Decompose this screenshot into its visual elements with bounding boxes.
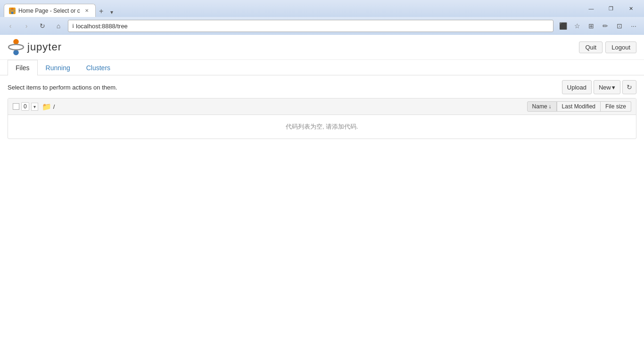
tab-close-button[interactable]: ✕ <box>83 7 91 15</box>
sort-buttons: Name ↓ Last Modified File size <box>527 101 631 112</box>
tab-favicon <box>9 8 16 14</box>
path-text: / <box>53 103 55 110</box>
tab-bar: Home Page - Select or c ✕ + ▾ <box>4 0 579 17</box>
new-button[interactable]: New ▾ <box>594 80 620 94</box>
active-tab[interactable]: Home Page - Select or c ✕ <box>4 4 96 17</box>
select-info-text: Select items to perform actions on them. <box>8 84 117 91</box>
url-text: localhost:8888/tree <box>76 23 128 30</box>
nav-tabs: Files Running Clusters <box>0 60 644 75</box>
feedback-icon[interactable]: ✏ <box>599 19 612 33</box>
more-icon[interactable]: ··· <box>627 19 640 33</box>
select-all-checkbox[interactable] <box>13 103 19 110</box>
empty-state-text: 代码列表为空, 请添加代码. <box>286 123 358 130</box>
file-table-container: 0 ▾ 📁 / Name ↓ Last Modified File size <box>8 98 636 139</box>
current-path: 📁 / <box>42 102 55 111</box>
header-buttons: Quit Logout <box>579 41 636 53</box>
file-table-toolbar: 0 ▾ 📁 / Name ↓ Last Modified File size <box>8 98 636 115</box>
checkbox-cell: 0 ▾ <box>13 102 38 111</box>
tab-running[interactable]: Running <box>38 60 78 75</box>
file-size-sort-button[interactable]: File size <box>601 101 631 112</box>
jupyter-logo: jupyter <box>8 39 62 56</box>
file-list-header: Select items to perform actions on them.… <box>8 80 636 94</box>
svg-point-5 <box>8 44 24 50</box>
tab-menu-button[interactable]: ▾ <box>107 8 116 17</box>
reader-mode-icon[interactable]: ⬛ <box>556 19 570 33</box>
reading-list-icon[interactable]: ⊞ <box>585 19 598 33</box>
logout-button[interactable]: Logout <box>605 41 636 53</box>
tab-files[interactable]: Files <box>8 60 38 75</box>
quit-button[interactable]: Quit <box>579 41 603 53</box>
maximize-button[interactable]: ❐ <box>602 1 620 16</box>
item-count-badge: 0 <box>21 102 29 111</box>
action-buttons: Upload New ▾ ↻ <box>562 80 636 94</box>
toolbar-icons: ⬛ ☆ ⊞ ✏ ⊡ ··· <box>556 19 640 33</box>
file-list-area: Select items to perform actions on them.… <box>0 75 644 144</box>
new-label: New <box>599 84 611 91</box>
refresh-file-list-button[interactable]: ↻ <box>622 80 636 94</box>
jupyter-logo-icon <box>8 39 25 56</box>
page-content: jupyter Quit Logout Files Running Cluste… <box>0 35 644 343</box>
svg-point-3 <box>13 39 19 45</box>
jupyter-header: jupyter Quit Logout <box>0 35 644 60</box>
upload-button[interactable]: Upload <box>562 80 592 94</box>
refresh-button[interactable]: ↻ <box>36 19 49 33</box>
svg-point-4 <box>13 50 19 56</box>
name-sort-label: Name <box>532 103 547 110</box>
tab-title: Home Page - Select or c <box>18 8 80 14</box>
address-bar: ‹ › ↻ ⌂ ℹ localhost:8888/tree ⬛ ☆ ⊞ ✏ ⊡ … <box>0 17 644 35</box>
browser-chrome: Home Page - Select or c ✕ + ▾ — ❐ ✕ <box>0 0 644 17</box>
name-sort-icon: ↓ <box>549 103 552 110</box>
last-modified-sort-button[interactable]: Last Modified <box>557 101 601 112</box>
name-sort-button[interactable]: Name ↓ <box>527 101 557 112</box>
share-icon[interactable]: ⊡ <box>613 19 626 33</box>
address-input-container[interactable]: ℹ localhost:8888/tree <box>68 20 553 32</box>
back-button[interactable]: ‹ <box>4 19 17 33</box>
folder-icon: 📁 <box>42 102 51 111</box>
new-tab-button[interactable]: + <box>96 6 107 17</box>
home-button[interactable]: ⌂ <box>52 19 65 33</box>
tab-clusters[interactable]: Clusters <box>78 60 118 75</box>
svg-point-2 <box>9 9 15 11</box>
empty-state: 代码列表为空, 请添加代码. <box>8 115 636 139</box>
lock-icon: ℹ <box>72 23 74 29</box>
window-controls: — ❐ ✕ <box>582 1 640 16</box>
close-button[interactable]: ✕ <box>621 1 640 16</box>
forward-button[interactable]: › <box>20 19 33 33</box>
minimize-button[interactable]: — <box>582 1 601 16</box>
checkbox-dropdown-button[interactable]: ▾ <box>31 103 38 111</box>
jupyter-logo-text: jupyter <box>27 41 62 53</box>
new-arrow-icon: ▾ <box>612 84 615 91</box>
favorites-star-icon[interactable]: ☆ <box>570 19 584 33</box>
